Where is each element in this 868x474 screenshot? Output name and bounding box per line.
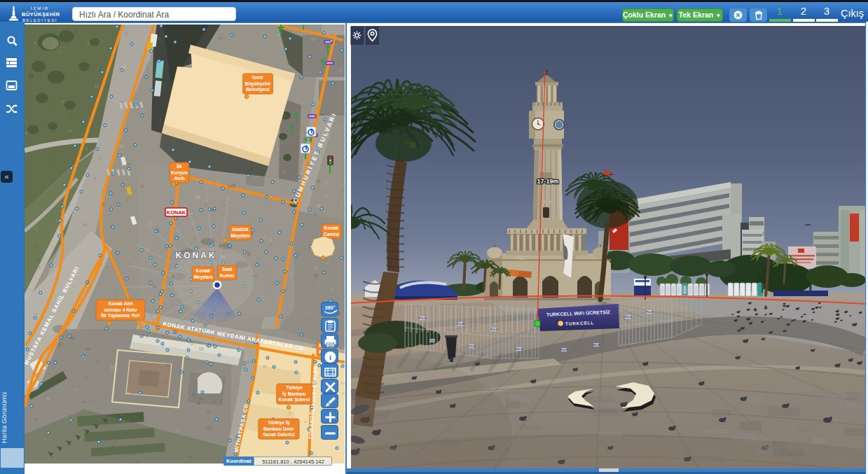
svg-text:sonrası 4 Nolu: sonrası 4 Nolu [104, 307, 137, 312]
svg-text:KONAK: KONAK [176, 251, 217, 260]
svg-text:Kulesi: Kulesi [220, 273, 235, 278]
svg-text:Türkiye İş: Türkiye İş [268, 420, 290, 426]
svg-text:POLİS: POLİS [646, 311, 653, 314]
svg-text:Konak Şubesi: Konak Şubesi [279, 397, 310, 403]
svg-text:360°: 360° [325, 305, 336, 310]
svg-text:Büyükşehir: Büyükşehir [244, 81, 270, 87]
svg-text:Konak Alet: Konak Alet [108, 301, 133, 306]
svg-text:Saat: Saat [222, 267, 233, 272]
svg-text:Sanat Galerisi: Sanat Galerisi [263, 432, 294, 437]
svg-text:POLİS: POLİS [468, 345, 475, 348]
svg-text:Konak: Konak [196, 268, 211, 273]
svg-text:Camisi: Camisi [324, 232, 339, 237]
svg-text:Türkiye: Türkiye [286, 385, 303, 391]
svg-text:İş Bankası: İş Bankası [282, 391, 306, 397]
svg-text:İzmir: İzmir [252, 75, 263, 80]
svg-text:POLİS: POLİS [490, 328, 497, 331]
svg-text:POLİS: POLİS [457, 323, 464, 326]
svg-text:POLİS: POLİS [625, 316, 632, 319]
svg-text:POLİS: POLİS [560, 349, 567, 351]
svg-text:POLİS: POLİS [429, 340, 436, 342]
svg-text:KONAK: KONAK [167, 209, 186, 216]
svg-text:i: i [329, 353, 331, 361]
svg-text:İlk Toplanma Yeri: İlk Toplanma Yeri [101, 313, 139, 319]
svg-text:Bankası İzmir: Bankası İzmir [263, 426, 294, 431]
svg-text:Kurşun: Kurşun [171, 170, 188, 176]
svg-text:POLİS: POLİS [419, 317, 426, 320]
svg-text:Meydanı: Meydanı [193, 274, 212, 280]
svg-text:Meydanı: Meydanı [230, 233, 249, 239]
svg-text:Anıtı: Anıtı [174, 176, 184, 181]
svg-text:Belediyesi: Belediyesi [246, 87, 270, 92]
svg-text:Atatürk: Atatürk [232, 227, 249, 232]
svg-text:17-19m: 17-19m [537, 178, 558, 185]
svg-text:POLİS: POLİS [516, 348, 523, 351]
svg-text:Konak: Konak [324, 225, 339, 230]
svg-text:POLİS: POLİS [593, 344, 600, 347]
svg-text:İlk: İlk [177, 164, 182, 169]
